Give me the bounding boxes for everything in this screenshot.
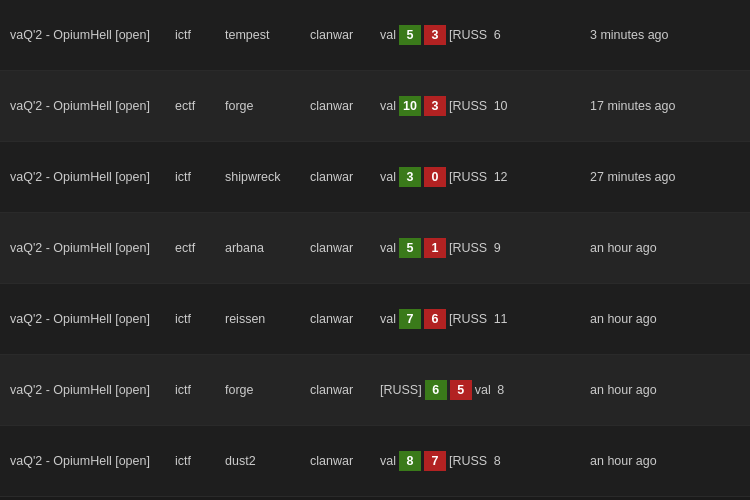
score-display: val 7 6 [RUSS 11: [380, 309, 580, 329]
server-name: vaQ'2 - OpiumHell [open]: [10, 28, 175, 42]
map-name: tempest: [225, 28, 310, 42]
team2-label: val: [475, 383, 491, 397]
map-name: shipwreck: [225, 170, 310, 184]
match-type: ictf: [175, 454, 225, 468]
match-time: an hour ago: [580, 383, 740, 397]
match-mode: clanwar: [310, 312, 380, 326]
sep-score: 1: [424, 238, 446, 258]
match-time: 27 minutes ago: [580, 170, 740, 184]
team2-label: [RUSS: [449, 312, 487, 326]
server-name: vaQ'2 - OpiumHell [open]: [10, 383, 175, 397]
team1-label: val: [380, 312, 396, 326]
team2-score: 11: [490, 312, 507, 326]
sep-score: 3: [424, 25, 446, 45]
team1-label: [RUSS]: [380, 383, 422, 397]
team2-score: 10: [490, 99, 507, 113]
team1-label: val: [380, 99, 396, 113]
sep-score: 0: [424, 167, 446, 187]
match-mode: clanwar: [310, 170, 380, 184]
map-name: forge: [225, 99, 310, 113]
table-row[interactable]: vaQ'2 - OpiumHell [open] ictf forge clan…: [0, 355, 750, 426]
score-display: val 10 3 [RUSS 10: [380, 96, 580, 116]
match-type: ectf: [175, 99, 225, 113]
score-display: val 5 3 [RUSS 6: [380, 25, 580, 45]
match-mode: clanwar: [310, 454, 380, 468]
team2-label: [RUSS: [449, 170, 487, 184]
table-row[interactable]: vaQ'2 - OpiumHell [open] ictf dust2 clan…: [0, 426, 750, 497]
map-name: arbana: [225, 241, 310, 255]
map-name: reissen: [225, 312, 310, 326]
team2-label: [RUSS: [449, 28, 487, 42]
team1-score: 5: [399, 25, 421, 45]
team2-score: 8: [490, 454, 500, 468]
team2-score: 8: [494, 383, 504, 397]
match-time: an hour ago: [580, 312, 740, 326]
server-name: vaQ'2 - OpiumHell [open]: [10, 99, 175, 113]
team2-score: 9: [490, 241, 500, 255]
team1-score: 8: [399, 451, 421, 471]
match-mode: clanwar: [310, 241, 380, 255]
team1-score: 5: [399, 238, 421, 258]
table-row[interactable]: vaQ'2 - OpiumHell [open] ictf reissen cl…: [0, 284, 750, 355]
match-list: vaQ'2 - OpiumHell [open] ictf tempest cl…: [0, 0, 750, 497]
sep-score: 3: [424, 96, 446, 116]
match-type: ictf: [175, 28, 225, 42]
score-display: val 3 0 [RUSS 12: [380, 167, 580, 187]
score-display: [RUSS] 6 5 val 8: [380, 380, 580, 400]
sep-score: 7: [424, 451, 446, 471]
team1-label: val: [380, 170, 396, 184]
team2-score: 6: [490, 28, 500, 42]
match-time: an hour ago: [580, 241, 740, 255]
table-row[interactable]: vaQ'2 - OpiumHell [open] ictf shipwreck …: [0, 142, 750, 213]
team2-label: [RUSS: [449, 99, 487, 113]
team1-label: val: [380, 241, 396, 255]
server-name: vaQ'2 - OpiumHell [open]: [10, 241, 175, 255]
server-name: vaQ'2 - OpiumHell [open]: [10, 454, 175, 468]
match-type: ictf: [175, 383, 225, 397]
match-type: ictf: [175, 312, 225, 326]
team1-score: 3: [399, 167, 421, 187]
team2-label: [RUSS: [449, 241, 487, 255]
server-name: vaQ'2 - OpiumHell [open]: [10, 170, 175, 184]
team1-label: val: [380, 28, 396, 42]
match-time: 17 minutes ago: [580, 99, 740, 113]
team1-score: 7: [399, 309, 421, 329]
match-type: ectf: [175, 241, 225, 255]
team1-label: val: [380, 454, 396, 468]
server-name: vaQ'2 - OpiumHell [open]: [10, 312, 175, 326]
match-mode: clanwar: [310, 99, 380, 113]
map-name: dust2: [225, 454, 310, 468]
sep-score: 6: [424, 309, 446, 329]
sep-score: 5: [450, 380, 472, 400]
match-mode: clanwar: [310, 28, 380, 42]
map-name: forge: [225, 383, 310, 397]
match-type: ictf: [175, 170, 225, 184]
table-row[interactable]: vaQ'2 - OpiumHell [open] ictf tempest cl…: [0, 0, 750, 71]
score-display: val 5 1 [RUSS 9: [380, 238, 580, 258]
team1-score: 10: [399, 96, 421, 116]
match-time: an hour ago: [580, 454, 740, 468]
match-mode: clanwar: [310, 383, 380, 397]
team2-score: 12: [490, 170, 507, 184]
table-row[interactable]: vaQ'2 - OpiumHell [open] ectf arbana cla…: [0, 213, 750, 284]
score-display: val 8 7 [RUSS 8: [380, 451, 580, 471]
team1-score: 6: [425, 380, 447, 400]
table-row[interactable]: vaQ'2 - OpiumHell [open] ectf forge clan…: [0, 71, 750, 142]
match-time: 3 minutes ago: [580, 28, 740, 42]
team2-label: [RUSS: [449, 454, 487, 468]
